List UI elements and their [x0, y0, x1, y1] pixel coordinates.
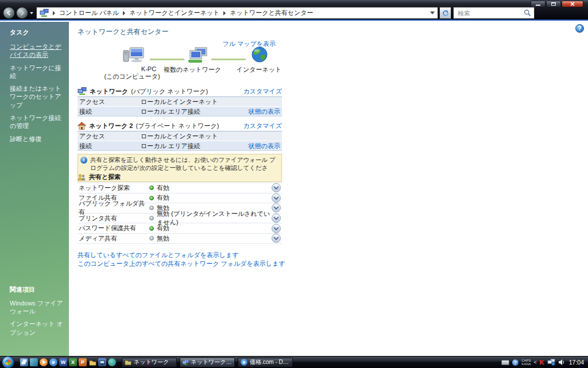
status-text: 有効 — [157, 193, 169, 202]
sidebar-item-view-computers[interactable]: コンピュータとデバイスの表示 — [10, 42, 64, 59]
network-map: K-PC (このコンピュータ) 複数のネットワーク インターネット — [78, 45, 276, 88]
row-label: パスワード保護共有 — [79, 224, 149, 233]
expand-button[interactable] — [272, 214, 281, 223]
sidebar-item-setup-connection[interactable]: 接続またはネットワークのセットアップ — [10, 84, 64, 109]
network2-connection-value: ローカル エリア接続 — [141, 142, 200, 150]
chevron-down-icon — [273, 206, 279, 210]
navigation-bar: コントロール パネル ネットワークとインターネット ネットワークと共有センター — [3, 7, 585, 19]
excel-icon[interactable]: X — [69, 358, 77, 366]
volume-tray-icon[interactable] — [558, 359, 565, 366]
taskbar-button-network[interactable]: ネットワーク — [122, 358, 177, 367]
sharing-discovery-title: 共有と探索 — [89, 173, 121, 181]
network2-name: ネットワーク 2 — [89, 122, 133, 130]
forward-button[interactable] — [16, 7, 28, 19]
search-box — [453, 7, 535, 19]
tasks-sidebar: タスク コンピュータとデバイスの表示 ネットワークに接続 接続またはネットワーク… — [0, 22, 69, 356]
show-shared-files-link[interactable]: 共有しているすべてのファイルとフォルダを表示します — [78, 251, 238, 259]
taskbar-button-label: ネットワークと共... — [191, 358, 232, 366]
search-input[interactable] — [457, 9, 524, 17]
help-button[interactable]: ? — [575, 24, 584, 33]
sidebar-item-connect-network[interactable]: ネットワークに接続 — [10, 64, 64, 80]
show-shared-network-folders-link[interactable]: このコンピュータ上のすべての共有ネットワーク フォルダを表示します — [78, 259, 285, 268]
back-button[interactable] — [3, 7, 15, 19]
network-icon — [40, 9, 49, 17]
show-desktop-icon[interactable] — [30, 358, 38, 366]
status-dot-enabled — [149, 185, 154, 190]
taskbar-buttons: ネットワーク ネットワークと共... e 価格.com - DELL ... — [122, 358, 293, 367]
sidebar-item-windows-firewall[interactable]: Windows ファイアウォール — [10, 299, 65, 316]
sidebar-item-manage-connections[interactable]: ネットワーク接続の管理 — [10, 114, 64, 130]
switch-windows-icon[interactable] — [20, 358, 28, 366]
multiple-networks-map-icon[interactable] — [185, 47, 208, 64]
kaspersky-tray-icon[interactable]: K — [540, 359, 544, 366]
status-dot-enabled — [149, 196, 154, 200]
expand-button[interactable] — [272, 183, 281, 192]
taskbar-button-label: ネットワーク — [134, 358, 169, 366]
network-places-icon[interactable] — [98, 358, 106, 366]
sharing-row-password-protected: パスワード保護共有 有効 — [78, 223, 282, 234]
map-connection-line — [150, 59, 184, 60]
forward-arrow-icon — [19, 10, 25, 16]
network2-customize-link[interactable]: カスタマイズ — [243, 122, 282, 130]
chevron-down-icon — [273, 186, 279, 189]
status-text: 有効 — [157, 184, 169, 192]
network1-access-label: アクセス — [79, 98, 141, 106]
sidebar-item-diagnose-repair[interactable]: 診断と修復 — [10, 135, 64, 143]
computer-map-icon[interactable] — [122, 47, 145, 64]
recent-pages-dropdown[interactable] — [30, 12, 33, 14]
network1-customize-link[interactable]: カスタマイズ — [243, 87, 282, 96]
language-bar-keyboard-icon[interactable] — [501, 360, 509, 365]
tray-overflow-chevron[interactable]: < — [534, 359, 537, 365]
folder-icon[interactable] — [88, 358, 96, 366]
breadcrumb-separator — [223, 11, 226, 16]
network1-section: ネットワーク (パブリック ネットワーク) カスタマイズ アクセス ローカルとイ… — [78, 86, 282, 117]
network1-access-value: ローカルとインターネット — [141, 98, 218, 106]
network1-connection-label: 接続 — [79, 107, 141, 116]
tasks-header: タスク — [10, 28, 64, 37]
media-center-icon[interactable] — [108, 358, 116, 366]
internet-globe-icon[interactable] — [252, 47, 268, 63]
address-dropdown-icon[interactable] — [430, 11, 435, 14]
address-bar[interactable]: コントロール パネル ネットワークとインターネット ネットワークと共有センター — [36, 7, 438, 19]
network1-connection-value: ローカル エリア接続 — [141, 107, 200, 116]
expand-button[interactable] — [272, 193, 281, 203]
network1-type: (パブリック ネットワーク) — [131, 87, 208, 96]
network2-access-value: ローカルとインターネット — [141, 132, 218, 141]
chevron-down-icon — [273, 216, 279, 220]
taskbar-button-network-sharing-center[interactable]: ネットワークと共... — [180, 358, 235, 367]
network1-view-status-link[interactable]: 状態の表示 — [249, 107, 280, 116]
internet-explorer-icon[interactable]: e — [49, 358, 57, 366]
sidebar-item-internet-options[interactable]: インターネット オプション — [10, 320, 65, 336]
network-icon — [183, 359, 188, 366]
maximize-icon — [551, 2, 556, 6]
taskbar: e W X P ネットワーク ネットワークと共... e 価格.c — [0, 356, 588, 368]
media-player-icon[interactable] — [40, 358, 48, 366]
status-dot-disabled — [149, 216, 154, 220]
ime-help-icon[interactable]: ? — [512, 359, 519, 366]
breadcrumb-network-sharing-center[interactable]: ネットワークと共有センター — [230, 9, 313, 17]
breadcrumb-control-panel[interactable]: コントロール パネル — [59, 9, 119, 17]
taskbar-clock[interactable]: 17:04 — [569, 359, 584, 366]
folder-icon — [125, 359, 131, 365]
info-icon: i — [80, 157, 87, 164]
expand-button[interactable] — [272, 234, 281, 243]
window-titlebar: コントロール パネル ネットワークとインターネット ネットワークと共有センター — [0, 0, 588, 21]
breadcrumb-network-internet[interactable]: ネットワークとインターネット — [129, 9, 219, 17]
network2-view-status-link[interactable]: 状態の表示 — [249, 142, 280, 150]
taskbar-button-kakaku-ie[interactable]: e 価格.com - DELL ... — [238, 358, 293, 367]
refresh-icon — [442, 10, 449, 17]
sharing-icon — [78, 174, 86, 181]
search-icon[interactable] — [524, 9, 531, 17]
refresh-button[interactable] — [439, 7, 451, 19]
start-button[interactable] — [2, 356, 14, 368]
ime-caps-kana-indicator[interactable]: CAPS KANA — [521, 359, 531, 366]
powerpoint-icon[interactable]: P — [79, 358, 87, 366]
status-dot-enabled — [149, 226, 154, 231]
expand-button[interactable] — [272, 203, 281, 212]
expand-button[interactable] — [272, 224, 281, 233]
play-icon — [42, 360, 46, 365]
word-icon[interactable]: W — [59, 358, 67, 366]
row-label: メディア共有 — [79, 234, 149, 243]
status-text: 有効 — [157, 224, 169, 233]
network-tray-icon[interactable] — [547, 359, 555, 366]
